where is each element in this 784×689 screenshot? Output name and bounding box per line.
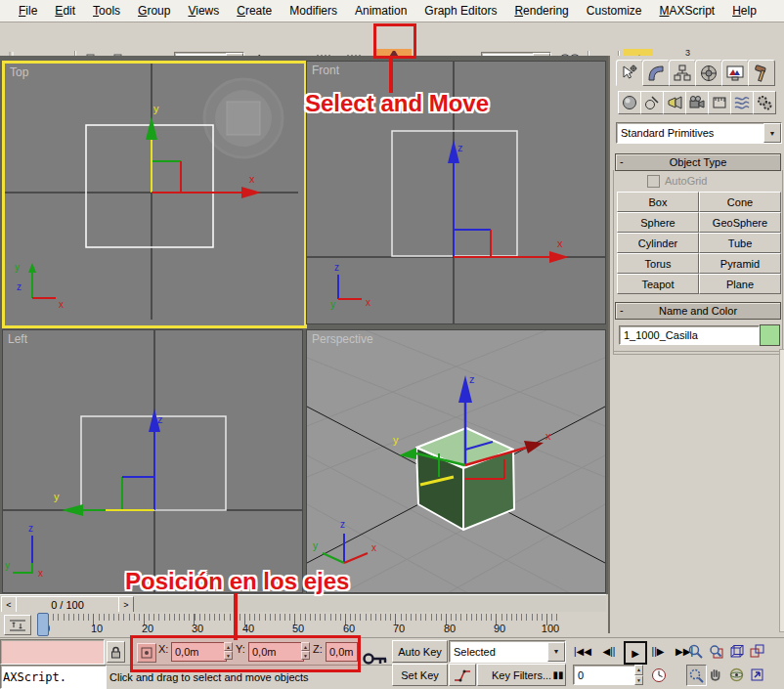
object-color-swatch[interactable] xyxy=(760,324,780,346)
viewport-left[interactable]: Left z y z y x xyxy=(2,329,303,593)
category-shapes[interactable] xyxy=(640,91,664,114)
maxscript-mini-listener-white[interactable]: AXScript. xyxy=(0,665,107,689)
x-coord-spinner[interactable]: ▲▼ xyxy=(224,642,233,660)
menu-graph-editors[interactable]: Graph Editors xyxy=(415,1,505,21)
object-type-rollout-header[interactable]: - Object Type xyxy=(615,153,781,171)
zoom-icon[interactable] xyxy=(686,641,705,661)
tab-display[interactable] xyxy=(721,60,749,86)
ruler-70: 70 xyxy=(393,623,405,634)
z-coord-field[interactable]: 0,0m xyxy=(326,642,358,662)
prompt-line: Click and drag to select and move object… xyxy=(106,665,393,689)
menu-edit[interactable]: Edit xyxy=(46,1,84,21)
svg-text:z: z xyxy=(340,519,345,530)
current-frame-marker[interactable] xyxy=(37,613,49,636)
tab-motion[interactable] xyxy=(695,60,722,86)
tab-utilities[interactable] xyxy=(748,60,775,86)
maxscript-mini-listener-pink[interactable] xyxy=(0,639,105,665)
zoom-all-icon[interactable] xyxy=(707,641,725,661)
x-coord-label: X: xyxy=(158,643,168,655)
ruler-40: 40 xyxy=(242,623,254,634)
main-toolbar: ↶ ↷ All ▼ ↻ View ▼ Ω3 Ω xyxy=(0,22,784,57)
object-name-field[interactable]: 1_1000_Casilla xyxy=(619,325,760,345)
tab-create[interactable] xyxy=(616,60,643,86)
svg-text:x: x xyxy=(371,542,376,553)
menu-file[interactable]: File xyxy=(10,1,46,21)
menu-help[interactable]: Help xyxy=(723,1,765,21)
x-coord-field[interactable]: 0,0m xyxy=(171,642,227,662)
object-type-cone[interactable]: Cone xyxy=(699,192,781,212)
svg-text:y: y xyxy=(5,560,10,571)
primitives-category-dropdown[interactable]: Standard Primitives ▼ xyxy=(616,122,782,144)
zoom-extents-icon[interactable] xyxy=(727,641,746,661)
min-max-toggle-icon[interactable] xyxy=(748,665,766,684)
menu-create[interactable]: Create xyxy=(228,1,281,21)
viewport-top-label[interactable]: Top xyxy=(10,65,28,79)
tab-hierarchy[interactable] xyxy=(669,60,696,86)
play-button[interactable]: ▶ xyxy=(624,641,647,665)
category-cameras[interactable] xyxy=(685,91,709,114)
tab-modify[interactable] xyxy=(642,60,670,86)
name-color-title: Name and Color xyxy=(659,305,737,317)
region-zoom-icon[interactable] xyxy=(686,665,707,686)
current-frame-field[interactable]: 0 xyxy=(573,665,637,685)
category-lights[interactable] xyxy=(663,91,686,114)
viewport-front-label[interactable]: Front xyxy=(312,64,339,77)
key-mode-toggle[interactable]: ▮▮ xyxy=(547,666,569,684)
zoom-extents-all-icon[interactable] xyxy=(748,641,766,661)
auto-key-button[interactable]: Auto Key xyxy=(392,640,448,663)
category-systems[interactable] xyxy=(753,91,776,114)
open-mini-curve-editor-button[interactable] xyxy=(4,615,31,635)
frame-spinner[interactable]: ▲▼ xyxy=(634,665,643,685)
menu-modifiers[interactable]: Modifiers xyxy=(281,1,346,21)
viewport-top-canvas: y x y x z xyxy=(5,64,298,320)
viewport-left-label[interactable]: Left xyxy=(8,332,27,346)
selection-set-dropdown[interactable]: Selected ▼ xyxy=(449,640,566,663)
object-type-plane[interactable]: Plane xyxy=(699,274,781,294)
time-slider-bar: < 0 / 100 > xyxy=(0,594,606,613)
menu-customize[interactable]: Customize xyxy=(578,1,651,21)
object-type-torus[interactable]: Torus xyxy=(617,253,699,274)
object-type-box[interactable]: Box xyxy=(617,192,699,212)
track-bar[interactable]: 0 10 20 30 40 50 60 70 80 90 100 xyxy=(0,612,606,637)
viewport-area: Top y x y x z Front xyxy=(0,56,608,594)
object-type-geosphere[interactable]: GeoSphere xyxy=(699,212,781,233)
svg-text:y: y xyxy=(54,491,60,502)
object-type-sphere[interactable]: Sphere xyxy=(617,212,699,233)
arc-rotate-icon[interactable] xyxy=(727,665,746,684)
object-type-tube[interactable]: Tube xyxy=(699,233,781,253)
default-tangent-curve-icon[interactable] xyxy=(449,664,476,686)
menu-tools[interactable]: Tools xyxy=(84,1,129,21)
prev-frame-button[interactable]: ◀|| xyxy=(598,642,620,661)
viewport-front-canvas: z x z x y xyxy=(307,62,605,323)
panel-scrollbar[interactable] xyxy=(779,349,784,632)
set-key-button[interactable]: Set Key xyxy=(392,664,448,686)
viewport-front[interactable]: Front z x z x y xyxy=(306,61,606,324)
y-coord-spinner[interactable]: ▲▼ xyxy=(301,642,310,660)
object-type-pyramid[interactable]: Pyramid xyxy=(699,253,781,274)
category-space-warps[interactable] xyxy=(730,91,754,114)
viewport-top[interactable]: Top y x y x z xyxy=(2,61,307,328)
category-geometry[interactable] xyxy=(618,91,641,114)
chevron-down-icon[interactable]: ▼ xyxy=(547,642,565,662)
z-coord-label: Z: xyxy=(313,643,323,655)
menu-rendering[interactable]: Rendering xyxy=(505,1,577,21)
viewport-perspective[interactable]: Perspective xyxy=(306,329,606,593)
category-helpers[interactable] xyxy=(708,91,731,114)
autogrid-checkbox[interactable] xyxy=(647,175,660,188)
menu-group[interactable]: Group xyxy=(129,1,179,21)
next-frame-button[interactable]: ||▶ xyxy=(647,642,669,661)
menu-animation[interactable]: Animation xyxy=(346,1,415,21)
name-color-rollout-header[interactable]: - Name and Color xyxy=(615,302,781,320)
object-type-cylinder[interactable]: Cylinder xyxy=(617,233,699,253)
menu-maxscript[interactable]: MAXScript xyxy=(650,1,723,21)
selection-lock-icon[interactable] xyxy=(107,641,125,663)
pan-hand-icon[interactable] xyxy=(707,665,725,684)
y-coord-field[interactable]: 0,0m xyxy=(248,642,304,662)
time-configuration-icon[interactable] xyxy=(648,665,670,685)
goto-start-button[interactable]: |◀◀ xyxy=(571,642,594,661)
object-type-teapot[interactable]: Teapot xyxy=(617,274,699,294)
viewport-perspective-label[interactable]: Perspective xyxy=(312,332,373,346)
chevron-down-icon[interactable]: ▼ xyxy=(763,123,781,143)
menu-views[interactable]: Views xyxy=(179,1,228,21)
absolute-mode-toggle[interactable] xyxy=(137,643,156,663)
